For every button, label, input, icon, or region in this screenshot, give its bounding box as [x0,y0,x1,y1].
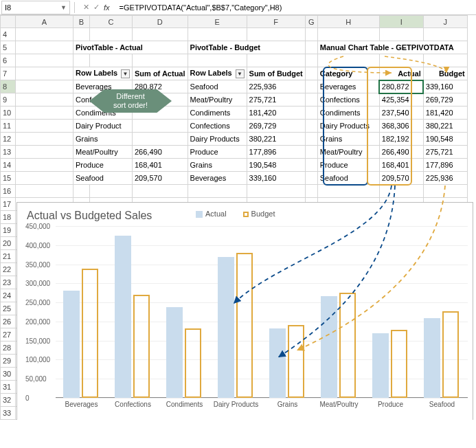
cell-actual-label[interactable]: Seafood [73,172,133,185]
row-header-4[interactable]: 4 [1,28,16,41]
row-header-25[interactable]: 25 [1,302,16,315]
cell-manual-actual[interactable]: 209,570 [379,172,423,185]
bar-budget[interactable] [185,328,201,398]
cell[interactable] [90,28,133,41]
cell[interactable] [90,185,133,198]
col-header-C[interactable]: C [90,16,133,28]
cell-actual-val[interactable]: 266,490 [133,146,188,159]
row-header-7[interactable]: 7 [1,67,16,80]
row-header-29[interactable]: 29 [1,355,16,368]
name-box[interactable]: I8 ▼ [1,1,70,14]
cell-manual-budget[interactable]: 177,896 [423,159,467,172]
row-header-32[interactable]: 32 [1,394,16,407]
cell-actual-label[interactable]: Grains [73,133,133,146]
accept-icon[interactable]: ✓ [93,3,100,12]
cell-budget-label[interactable]: Seafood [188,80,247,93]
cell-manual-budget[interactable]: 181,420 [423,107,467,120]
cell[interactable] [133,185,188,198]
cell[interactable] [188,54,247,67]
cell-manual-actual[interactable]: 425,354 [379,93,423,107]
row-header-18[interactable]: 18 [1,211,16,224]
row-header-24[interactable]: 24 [1,289,16,302]
col-header-H[interactable]: H [317,16,379,28]
row-header-15[interactable]: 15 [1,172,16,185]
cell-budget-label[interactable]: Meat/Poultry [188,93,247,107]
bar-actual[interactable] [321,296,337,398]
cell-budget-label[interactable]: Grains [188,159,247,172]
col-header-E[interactable]: E [188,16,247,28]
cell[interactable] [133,54,188,67]
cell[interactable] [133,28,188,41]
cell-budget-label[interactable]: Produce [188,146,247,159]
cell-budget-val[interactable]: 380,221 [247,133,305,146]
row-header-20[interactable]: 20 [1,237,16,250]
col-header-J[interactable]: J [423,16,467,28]
col-header-A[interactable]: A [16,16,73,28]
hdr-row-labels-budget[interactable]: Row Labels▼ [188,67,247,80]
bar-actual[interactable] [218,257,234,398]
cell[interactable] [73,54,90,67]
cell[interactable] [188,185,247,198]
cell-manual-budget[interactable]: 225,936 [423,172,467,185]
cell[interactable] [423,185,467,198]
cell-actual-label[interactable]: Meat/Poultry [73,146,133,159]
cell-manual-actual[interactable]: 182,192 [379,133,423,146]
col-header-G[interactable]: G [305,16,317,28]
formula-input[interactable]: =GETPIVOTDATA("Actual",$B$7,"Category",H… [115,3,282,12]
col-header-I[interactable]: I [379,16,423,28]
cell-manual-cat[interactable]: Beverages [317,80,379,93]
cell[interactable] [317,54,379,67]
cell[interactable] [16,28,73,41]
hdr-row-labels-actual[interactable]: Row Labels▼ [73,67,133,80]
cell-actual-val[interactable]: 209,570 [133,172,188,185]
cell[interactable] [317,185,379,198]
bar-actual[interactable] [269,328,286,398]
cell[interactable] [247,185,305,198]
fx-icon[interactable]: fx [104,3,110,12]
cell[interactable] [188,28,247,41]
cell-manual-actual[interactable]: 237,540 [379,107,423,120]
row-header-30[interactable]: 30 [1,368,16,381]
bar-budget[interactable] [442,311,459,398]
row-header-31[interactable]: 31 [1,381,16,394]
bar-budget[interactable] [82,269,98,398]
cell-budget-val[interactable]: 181,420 [247,107,305,120]
row-header-22[interactable]: 22 [1,263,16,276]
row-header-28[interactable]: 28 [1,341,16,355]
cell-manual-cat[interactable]: Dairy Products [317,120,379,133]
cell-actual-label[interactable]: Dairy Product [73,120,133,133]
cell-actual-val[interactable]: 168,401 [133,159,188,172]
cell-budget-label[interactable]: Beverages [188,172,247,185]
cell[interactable] [379,28,423,41]
cell-manual-actual[interactable]: 266,490 [379,146,423,159]
cell[interactable] [379,185,423,198]
cell[interactable] [305,28,317,41]
select-all-corner[interactable] [1,16,16,28]
cell[interactable] [247,54,305,67]
cell-budget-val[interactable]: 269,729 [247,120,305,133]
cell-budget-label[interactable]: Dairy Products [188,133,247,146]
cell-manual-cat[interactable]: Meat/Poultry [317,146,379,159]
row-header-16[interactable]: 16 [1,185,16,198]
bar-budget[interactable] [288,325,304,398]
row-header-33[interactable]: 33 [1,407,16,420]
cell-budget-label[interactable]: Condiments [188,107,247,120]
row-header-26[interactable]: 26 [1,315,16,328]
cell-manual-cat[interactable]: Produce [317,159,379,172]
row-header-19[interactable]: 19 [1,224,16,237]
chart[interactable]: Actual vs Budgeted Sales Actual Budget 0… [16,202,473,420]
bar-budget[interactable] [133,295,150,398]
cell-manual-actual[interactable]: 280,872 [379,80,423,93]
cell-budget-val[interactable]: 339,160 [247,172,305,185]
cell-budget-label[interactable]: Confections [188,120,247,133]
cell[interactable] [73,28,90,41]
cell[interactable] [247,28,305,41]
bar-budget[interactable] [391,330,407,398]
cell-manual-budget[interactable]: 190,548 [423,133,467,146]
bar-actual[interactable] [372,333,389,398]
row-header-17[interactable]: 17 [1,198,16,211]
row-header-13[interactable]: 13 [1,146,16,159]
cell[interactable] [305,185,317,198]
cell-budget-val[interactable]: 190,548 [247,159,305,172]
cell-actual-val[interactable] [133,133,188,146]
